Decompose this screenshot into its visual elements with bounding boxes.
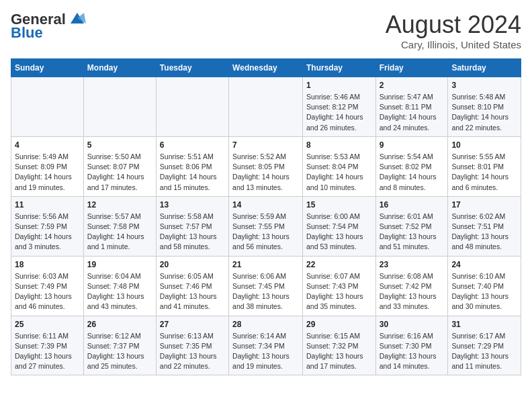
calendar-week-row: 1Sunrise: 5:46 AM Sunset: 8:12 PM Daylig… — [11, 77, 521, 137]
day-number: 8 — [306, 140, 372, 150]
day-info: Sunrise: 5:54 AM Sunset: 8:02 PM Dayligh… — [380, 152, 445, 193]
calendar-cell: 29Sunrise: 6:15 AM Sunset: 7:32 PM Dayli… — [302, 316, 375, 375]
day-number: 27 — [160, 320, 225, 329]
day-info: Sunrise: 6:04 AM Sunset: 7:48 PM Dayligh… — [87, 271, 152, 312]
day-number: 12 — [87, 200, 152, 210]
calendar-cell — [11, 77, 84, 137]
calendar-cell — [83, 77, 156, 137]
day-info: Sunrise: 5:52 AM Sunset: 8:05 PM Dayligh… — [232, 152, 299, 193]
calendar-cell: 5Sunrise: 5:50 AM Sunset: 8:07 PM Daylig… — [83, 136, 156, 196]
weekday-header-friday: Friday — [375, 59, 448, 77]
calendar-cell: 6Sunrise: 5:51 AM Sunset: 8:06 PM Daylig… — [156, 136, 228, 196]
day-info: Sunrise: 6:11 AM Sunset: 7:39 PM Dayligh… — [15, 331, 80, 372]
day-info: Sunrise: 6:12 AM Sunset: 7:37 PM Dayligh… — [87, 331, 152, 372]
calendar-cell: 15Sunrise: 6:00 AM Sunset: 7:54 PM Dayli… — [302, 196, 375, 256]
calendar-cell: 7Sunrise: 5:52 AM Sunset: 8:05 PM Daylig… — [229, 136, 303, 196]
calendar-table: SundayMondayTuesdayWednesdayThursdayFrid… — [11, 58, 521, 375]
day-info: Sunrise: 5:53 AM Sunset: 8:04 PM Dayligh… — [306, 152, 372, 193]
calendar-cell: 3Sunrise: 5:48 AM Sunset: 8:10 PM Daylig… — [448, 77, 521, 137]
page-header: General Blue August 2024 Cary, Illinois,… — [11, 11, 521, 50]
day-info: Sunrise: 6:10 AM Sunset: 7:40 PM Dayligh… — [451, 271, 517, 312]
calendar-cell: 16Sunrise: 6:01 AM Sunset: 7:52 PM Dayli… — [375, 196, 448, 256]
weekday-header-monday: Monday — [83, 59, 156, 77]
weekday-header-saturday: Saturday — [448, 59, 521, 77]
day-number: 22 — [306, 260, 372, 269]
calendar-cell: 21Sunrise: 6:06 AM Sunset: 7:45 PM Dayli… — [229, 256, 303, 316]
day-info: Sunrise: 5:49 AM Sunset: 8:09 PM Dayligh… — [15, 152, 80, 193]
calendar-week-row: 18Sunrise: 6:03 AM Sunset: 7:49 PM Dayli… — [11, 256, 521, 316]
day-number: 24 — [451, 260, 517, 269]
day-number: 5 — [87, 140, 152, 150]
day-info: Sunrise: 6:06 AM Sunset: 7:45 PM Dayligh… — [232, 271, 299, 312]
calendar-cell: 30Sunrise: 6:16 AM Sunset: 7:30 PM Dayli… — [375, 316, 448, 375]
day-number: 31 — [451, 320, 517, 329]
calendar-cell: 18Sunrise: 6:03 AM Sunset: 7:49 PM Dayli… — [11, 256, 84, 316]
day-number: 15 — [306, 200, 372, 210]
day-number: 26 — [87, 320, 152, 329]
calendar-week-row: 11Sunrise: 5:56 AM Sunset: 7:59 PM Dayli… — [11, 196, 521, 256]
calendar-cell: 27Sunrise: 6:13 AM Sunset: 7:35 PM Dayli… — [156, 316, 228, 375]
day-info: Sunrise: 5:47 AM Sunset: 8:11 PM Dayligh… — [380, 92, 445, 133]
day-number: 6 — [160, 140, 225, 150]
calendar-cell: 19Sunrise: 6:04 AM Sunset: 7:48 PM Dayli… — [83, 256, 156, 316]
day-number: 16 — [380, 200, 445, 210]
calendar-cell: 14Sunrise: 5:59 AM Sunset: 7:55 PM Dayli… — [229, 196, 303, 256]
day-info: Sunrise: 6:13 AM Sunset: 7:35 PM Dayligh… — [160, 331, 225, 372]
location-title: Cary, Illinois, United States — [386, 39, 521, 50]
day-number: 20 — [160, 260, 225, 269]
weekday-header-thursday: Thursday — [302, 59, 375, 77]
day-info: Sunrise: 5:51 AM Sunset: 8:06 PM Dayligh… — [160, 152, 225, 193]
day-info: Sunrise: 6:03 AM Sunset: 7:49 PM Dayligh… — [15, 271, 80, 312]
day-number: 23 — [380, 260, 445, 269]
calendar-cell: 9Sunrise: 5:54 AM Sunset: 8:02 PM Daylig… — [375, 136, 448, 196]
weekday-header-tuesday: Tuesday — [156, 59, 228, 77]
day-info: Sunrise: 6:14 AM Sunset: 7:34 PM Dayligh… — [232, 331, 299, 372]
day-number: 10 — [451, 140, 517, 150]
day-info: Sunrise: 5:50 AM Sunset: 8:07 PM Dayligh… — [87, 152, 152, 193]
logo: General Blue — [11, 11, 87, 42]
calendar-cell: 12Sunrise: 5:57 AM Sunset: 7:58 PM Dayli… — [83, 196, 156, 256]
day-info: Sunrise: 6:05 AM Sunset: 7:46 PM Dayligh… — [160, 271, 225, 312]
calendar-cell: 20Sunrise: 6:05 AM Sunset: 7:46 PM Dayli… — [156, 256, 228, 316]
calendar-cell — [156, 77, 228, 137]
day-info: Sunrise: 5:55 AM Sunset: 8:01 PM Dayligh… — [451, 152, 517, 193]
calendar-cell: 4Sunrise: 5:49 AM Sunset: 8:09 PM Daylig… — [11, 136, 84, 196]
day-number: 11 — [15, 200, 80, 210]
day-info: Sunrise: 6:16 AM Sunset: 7:30 PM Dayligh… — [380, 331, 445, 372]
day-info: Sunrise: 5:46 AM Sunset: 8:12 PM Dayligh… — [306, 92, 372, 133]
day-info: Sunrise: 5:56 AM Sunset: 7:59 PM Dayligh… — [15, 212, 80, 253]
day-number: 29 — [306, 320, 372, 329]
day-number: 18 — [15, 260, 80, 269]
calendar-cell: 25Sunrise: 6:11 AM Sunset: 7:39 PM Dayli… — [11, 316, 84, 375]
calendar-week-row: 25Sunrise: 6:11 AM Sunset: 7:39 PM Dayli… — [11, 316, 521, 375]
day-info: Sunrise: 6:08 AM Sunset: 7:42 PM Dayligh… — [380, 271, 445, 312]
day-number: 2 — [380, 81, 445, 90]
calendar-cell: 2Sunrise: 5:47 AM Sunset: 8:11 PM Daylig… — [375, 77, 448, 137]
calendar-cell: 31Sunrise: 6:17 AM Sunset: 7:29 PM Dayli… — [448, 316, 521, 375]
day-info: Sunrise: 6:17 AM Sunset: 7:29 PM Dayligh… — [451, 331, 517, 372]
day-number: 28 — [232, 320, 299, 329]
calendar-cell: 13Sunrise: 5:58 AM Sunset: 7:57 PM Dayli… — [156, 196, 228, 256]
calendar-cell: 28Sunrise: 6:14 AM Sunset: 7:34 PM Dayli… — [229, 316, 303, 375]
calendar-cell: 1Sunrise: 5:46 AM Sunset: 8:12 PM Daylig… — [302, 77, 375, 137]
month-title: August 2024 — [386, 11, 521, 39]
calendar-cell: 11Sunrise: 5:56 AM Sunset: 7:59 PM Dayli… — [11, 196, 84, 256]
day-info: Sunrise: 6:07 AM Sunset: 7:43 PM Dayligh… — [306, 271, 372, 312]
day-info: Sunrise: 6:01 AM Sunset: 7:52 PM Dayligh… — [380, 212, 445, 253]
day-number: 13 — [160, 200, 225, 210]
calendar-week-row: 4Sunrise: 5:49 AM Sunset: 8:09 PM Daylig… — [11, 136, 521, 196]
day-number: 3 — [451, 81, 517, 90]
calendar-header-row: SundayMondayTuesdayWednesdayThursdayFrid… — [11, 59, 521, 77]
logo-subtext: Blue — [11, 24, 43, 42]
day-info: Sunrise: 5:59 AM Sunset: 7:55 PM Dayligh… — [232, 212, 299, 253]
calendar-cell: 10Sunrise: 5:55 AM Sunset: 8:01 PM Dayli… — [448, 136, 521, 196]
logo-icon — [67, 11, 87, 25]
day-number: 30 — [380, 320, 445, 329]
day-number: 4 — [15, 140, 80, 150]
day-number: 7 — [232, 140, 299, 150]
day-number: 9 — [380, 140, 445, 150]
calendar-cell: 22Sunrise: 6:07 AM Sunset: 7:43 PM Dayli… — [302, 256, 375, 316]
day-info: Sunrise: 6:00 AM Sunset: 7:54 PM Dayligh… — [306, 212, 372, 253]
day-number: 21 — [232, 260, 299, 269]
calendar-cell: 17Sunrise: 6:02 AM Sunset: 7:51 PM Dayli… — [448, 196, 521, 256]
